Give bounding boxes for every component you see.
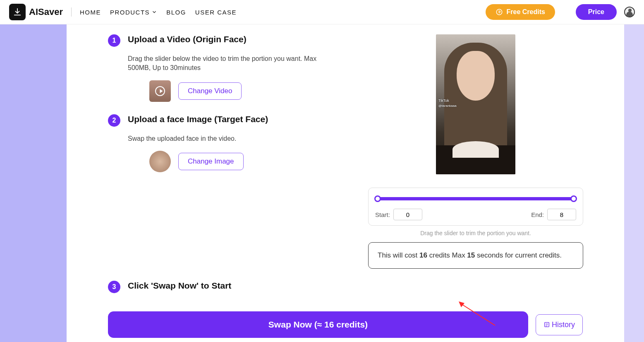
- cost-seconds: 15: [467, 251, 475, 259]
- tiktok-user: @tarankaaa: [438, 104, 457, 108]
- nav-products[interactable]: PRODUCTS: [110, 9, 157, 16]
- header-divider: [71, 7, 72, 17]
- cost-credits: 16: [419, 251, 427, 259]
- trim-start-handle[interactable]: [374, 195, 381, 202]
- start-label: Start:: [375, 211, 390, 218]
- tiktok-watermark: TikTok: [438, 99, 449, 103]
- step-1-header: 1 Upload a Video (Origin Face): [108, 34, 323, 47]
- history-label: History: [552, 320, 575, 329]
- price-button[interactable]: Price: [576, 4, 617, 20]
- logo-icon: [9, 4, 26, 20]
- step-2-title: Upload a face Image (Target Face): [128, 114, 268, 124]
- step-1-num: 1: [108, 34, 120, 47]
- annotation-arrow-icon: [459, 301, 496, 326]
- bottom-bar: Swap Now (≈ 16 credits) History: [67, 305, 624, 342]
- nav-products-label: PRODUCTS: [110, 9, 150, 16]
- main-nav: HOME PRODUCTS BLOG USER CASE: [80, 9, 237, 16]
- history-button[interactable]: History: [536, 314, 583, 335]
- user-avatar[interactable]: [624, 7, 635, 17]
- step-2-num: 2: [108, 114, 120, 127]
- svg-marker-3: [459, 301, 464, 307]
- cost-box: This will cost 16 credits Max 15 seconds…: [368, 242, 583, 269]
- trim-end-handle[interactable]: [570, 195, 577, 202]
- step-1-desc: Drag the slider below the video to trim …: [128, 54, 323, 73]
- nav-usercase[interactable]: USER CASE: [195, 9, 237, 16]
- video-thumbnail[interactable]: [149, 80, 171, 102]
- free-credits-label: Free Credits: [506, 8, 545, 16]
- header: AISaver HOME PRODUCTS BLOG USER CASE Fre…: [0, 0, 644, 24]
- video-preview[interactable]: TikTok @tarankaaa: [436, 34, 515, 174]
- free-credits-button[interactable]: Free Credits: [486, 4, 555, 20]
- video-upload-row: Change Video: [149, 80, 323, 102]
- change-image-button[interactable]: Change Image: [178, 153, 244, 170]
- brand-name: AISaver: [29, 7, 63, 17]
- coin-icon: [496, 8, 503, 16]
- step-1-title: Upload a Video (Origin Face): [128, 34, 247, 44]
- history-icon: [543, 321, 550, 328]
- chevron-down-icon: [151, 9, 157, 15]
- step-2-header: 2 Upload a face Image (Target Face): [108, 114, 323, 127]
- end-label: End:: [531, 211, 544, 218]
- step-2-desc: Swap the uploaded face in the video.: [128, 134, 323, 143]
- main-content: 1 Upload a Video (Origin Face) Drag the …: [67, 24, 624, 342]
- step-3-num: 3: [108, 281, 120, 293]
- trim-slider-box: Start: End:: [368, 188, 583, 226]
- step-3-header: 3 Click 'Swap Now' to Start: [108, 281, 231, 293]
- end-input[interactable]: [547, 209, 576, 220]
- slider-hint: Drag the slider to trim the portion you …: [420, 230, 531, 236]
- trim-slider-track[interactable]: [378, 197, 574, 200]
- nav-blog[interactable]: BLOG: [166, 9, 186, 16]
- change-video-button[interactable]: Change Video: [178, 82, 242, 100]
- nav-home[interactable]: HOME: [80, 9, 101, 16]
- left-pad: [0, 24, 67, 342]
- start-input[interactable]: [393, 209, 422, 220]
- svg-line-2: [461, 304, 495, 325]
- image-upload-row: Change Image: [149, 151, 323, 172]
- right-pad: [624, 24, 644, 342]
- face-thumbnail[interactable]: [149, 151, 171, 172]
- step-3-title: Click 'Swap Now' to Start: [128, 281, 231, 291]
